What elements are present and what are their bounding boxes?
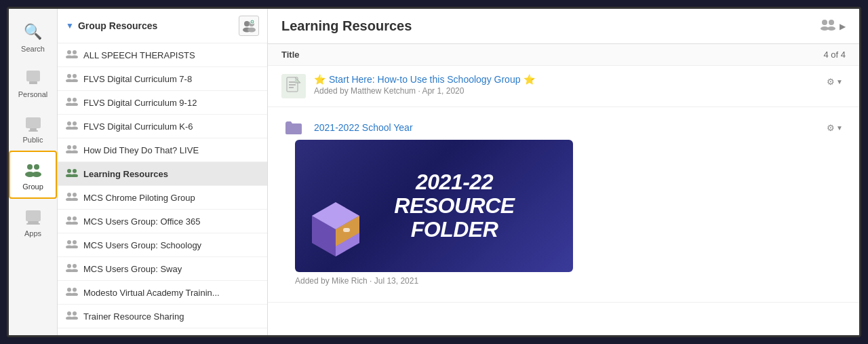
sidebar-item-all-speech[interactable]: ALL SPEECH THERAPISTS — [58, 43, 267, 67]
folder-image-card: 2021-22 RESOURCE FOLDER Added by Mike Ri… — [295, 140, 573, 286]
svg-rect-4 — [28, 130, 38, 132]
group-list-icon — [66, 310, 78, 322]
gear-button-start-here[interactable]: ⚙ ▼ — [824, 74, 846, 90]
nav-public[interactable]: Public — [9, 105, 57, 151]
svg-point-35 — [67, 145, 71, 149]
svg-point-5 — [27, 164, 33, 170]
sidebar-item-mcs-chrome[interactable]: MCS Chrome Piloting Group — [58, 186, 267, 210]
svg-point-6 — [34, 164, 39, 170]
group-list-icon — [66, 215, 78, 227]
svg-rect-11 — [26, 223, 40, 225]
group-list-icon — [66, 49, 78, 61]
main-content: Learning Resources ▶ Title 4 of 4 — [268, 9, 859, 335]
sidebar-header: ▼ Group Resources — [58, 9, 267, 43]
resource-link-2021-2022[interactable]: 2021-2022 School Year — [314, 122, 413, 133]
group-list-icon — [66, 239, 78, 251]
nav-personal[interactable]: Personal — [9, 60, 57, 105]
sidebar-item-learning-resources[interactable]: Learning Resources — [58, 162, 267, 186]
nav-search[interactable]: 🔍 Search — [9, 14, 57, 60]
personal-icon — [22, 66, 44, 88]
nav-apps[interactable]: Apps — [9, 199, 57, 244]
chevron-down-icon: ▼ — [66, 21, 74, 31]
svg-point-39 — [67, 169, 71, 173]
svg-point-44 — [73, 193, 77, 197]
main-header-actions: ▶ — [821, 18, 846, 34]
nav-group[interactable]: Group — [9, 151, 57, 199]
public-icon — [22, 112, 44, 134]
sidebar-item-modesto[interactable]: Modesto Virtual Academy Trainin... — [58, 281, 267, 305]
resource-info-2021-2022: 2021-2022 School Year — [314, 122, 824, 133]
resource-title-row: ⭐ Start Here: How-to Use this Schoology … — [314, 74, 824, 85]
group-list-icon-active — [66, 168, 78, 180]
svg-point-38 — [71, 151, 78, 154]
sidebar-header-left: ▼ Group Resources — [66, 20, 157, 31]
svg-point-56 — [73, 264, 77, 268]
svg-point-42 — [71, 174, 78, 178]
sidebar-item-mcs-sway[interactable]: MCS Users Group: Sway — [58, 257, 267, 281]
sidebar-title: Group Resources — [78, 20, 157, 31]
resource-count: 4 of 4 — [823, 50, 846, 60]
group-icon — [22, 159, 44, 180]
svg-point-60 — [73, 288, 77, 292]
resource-item-2021-2022: 2021-2022 School Year ⚙ ▼ — [268, 107, 859, 303]
group-list-icon — [66, 144, 78, 156]
svg-point-27 — [67, 98, 71, 102]
svg-point-24 — [73, 74, 77, 78]
svg-point-58 — [71, 269, 78, 273]
sidebar-item-flvs-9-12[interactable]: FLVS Digital Curriculum 9-12 — [58, 91, 267, 115]
document-icon — [281, 74, 306, 98]
apps-icon — [22, 206, 44, 227]
sidebar-item-flvs-7-8[interactable]: FLVS Digital Curriculum 7-8 — [58, 67, 267, 91]
svg-rect-0 — [26, 71, 40, 81]
add-group-button[interactable] — [239, 16, 259, 36]
svg-point-63 — [67, 311, 71, 316]
group-list-icon — [66, 120, 78, 132]
svg-point-31 — [67, 121, 71, 126]
svg-point-54 — [71, 246, 78, 249]
group-list-icon — [66, 286, 78, 299]
svg-point-68 — [829, 20, 834, 25]
svg-point-30 — [71, 103, 78, 107]
column-title: Title — [281, 50, 300, 60]
group-list-icon — [66, 191, 78, 204]
svg-point-34 — [71, 127, 78, 130]
svg-point-19 — [67, 50, 71, 54]
svg-point-26 — [71, 79, 78, 83]
svg-point-15 — [248, 28, 256, 33]
sidebar: ▼ Group Resources — [58, 9, 268, 335]
svg-rect-80 — [343, 228, 350, 232]
left-navigation: 🔍 Search Personal Public — [9, 9, 58, 335]
svg-rect-2 — [26, 117, 41, 128]
manage-members-icon[interactable] — [821, 18, 835, 34]
folder-banner-image[interactable]: 2021-22 RESOURCE FOLDER — [295, 140, 573, 272]
svg-point-66 — [71, 317, 78, 320]
folder-icon — [281, 115, 306, 140]
page-title: Learning Resources — [281, 18, 412, 34]
group-list-icon — [66, 263, 78, 275]
sidebar-item-how-did[interactable]: How Did They Do That? LIVE — [58, 138, 267, 162]
svg-point-48 — [73, 216, 77, 221]
sidebar-item-trainer[interactable]: Trainer Resource Sharing — [58, 305, 267, 328]
svg-point-32 — [73, 121, 77, 126]
svg-rect-3 — [30, 128, 37, 130]
svg-point-47 — [67, 216, 71, 221]
sidebar-item-mcs-office[interactable]: MCS Users Group: Office 365 — [58, 210, 267, 233]
svg-point-36 — [73, 145, 77, 149]
resource-meta-start-here: Added by Matthew Ketchum · Apr 1, 2020 — [314, 86, 824, 96]
star-icon-right: ⭐ — [524, 74, 535, 85]
header-chevron-icon[interactable]: ▶ — [840, 22, 846, 31]
svg-point-70 — [827, 26, 835, 31]
folder-banner-text: 2021-22 RESOURCE FOLDER — [353, 170, 514, 242]
svg-rect-10 — [28, 221, 39, 223]
svg-point-40 — [73, 169, 77, 173]
svg-point-62 — [71, 293, 78, 297]
sidebar-item-flvs-k-6[interactable]: FLVS Digital Curriculum K-6 — [58, 115, 267, 138]
resource-link-start-here[interactable]: Start Here: How-to Use this Schoology Gr… — [329, 74, 520, 85]
folder-image-caption: Added by Mike Rich · Jul 13, 2021 — [295, 276, 573, 286]
sidebar-item-mcs-schoology[interactable]: MCS Users Group: Schoology — [58, 233, 267, 257]
svg-point-20 — [73, 50, 77, 54]
group-list-icon — [66, 73, 78, 85]
svg-point-51 — [67, 240, 71, 244]
svg-point-55 — [67, 264, 71, 268]
gear-button-2021-2022[interactable]: ⚙ ▼ — [824, 120, 846, 136]
